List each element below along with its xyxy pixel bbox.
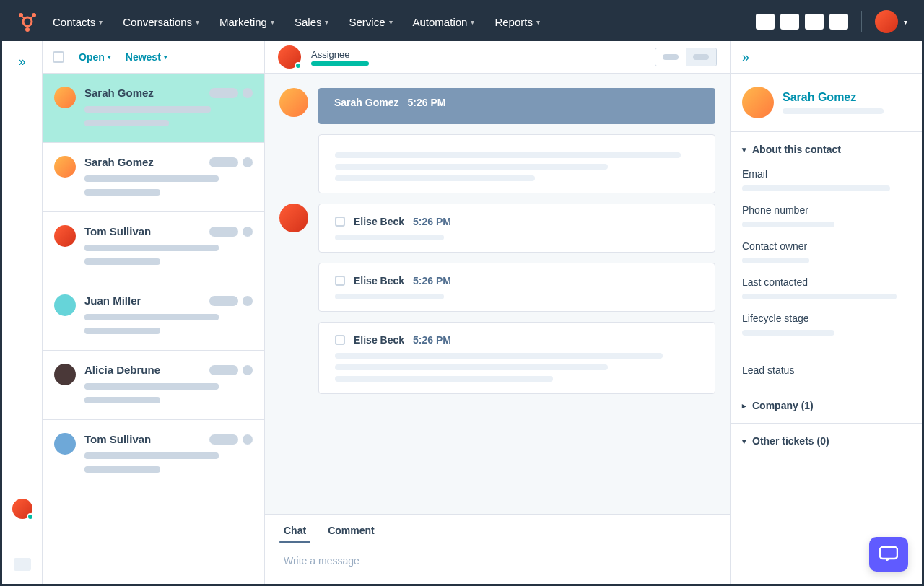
conversation-item[interactable]: Alicia Debrune — [43, 351, 264, 420]
chevron-down-icon: ▾ — [536, 18, 540, 26]
meta-placeholder — [209, 296, 238, 306]
meta-placeholder — [243, 296, 253, 306]
nav-reports[interactable]: Reports▾ — [494, 16, 540, 28]
conversation-item[interactable]: Tom Sullivan — [43, 420, 264, 489]
contact-avatar[interactable] — [742, 87, 774, 118]
filter-status[interactable]: Open▾ — [79, 51, 111, 63]
text-line — [335, 376, 553, 382]
nav-automation[interactable]: Automation▾ — [413, 16, 475, 28]
select-all-checkbox[interactable] — [53, 51, 64, 63]
nav-action-4[interactable] — [829, 14, 848, 30]
chevron-down-icon: ▾ — [389, 18, 393, 26]
conversation-name: Tom Sullivan — [84, 433, 151, 445]
nav-service[interactable]: Service▾ — [349, 16, 392, 28]
contact-name[interactable]: Sarah Gomez — [783, 91, 884, 104]
view-toggle[interactable] — [655, 48, 717, 66]
list-filters: Open▾ Newest▾ — [43, 41, 264, 74]
nav-action-3[interactable] — [805, 14, 824, 30]
message-bubble: Elise Beck5:26 PM — [318, 263, 715, 312]
message-checkbox[interactable] — [335, 276, 345, 286]
preview-line — [84, 383, 219, 390]
toggle-option-1[interactable] — [655, 48, 686, 66]
compose-area: Chat Comment Write a message — [265, 514, 730, 584]
left-rail: » — [2, 41, 43, 584]
chevron-down-icon[interactable]: ▾ — [904, 18, 907, 26]
contact-avatar — [54, 294, 76, 316]
user-avatar[interactable] — [875, 10, 898, 33]
collapse-panel-button[interactable]: » — [731, 41, 922, 74]
svg-rect-7 — [880, 547, 897, 559]
chevron-down-icon: ▾ — [471, 18, 474, 26]
message-time: 5:26 PM — [407, 97, 445, 108]
toggle-option-2[interactable] — [686, 48, 716, 66]
contact-header: Sarah Gomez — [731, 74, 922, 131]
nav-marketing[interactable]: Marketing▾ — [219, 16, 274, 28]
section-about: ▾About this contact EmailPhone numberCon… — [731, 131, 922, 388]
contact-field: Phone number — [742, 204, 910, 227]
field-label: Phone number — [742, 204, 910, 216]
tab-chat[interactable]: Chat — [284, 525, 306, 543]
meta-placeholder — [243, 434, 253, 445]
conversation-name: Juan Miller — [84, 294, 141, 307]
preview-line — [84, 189, 160, 196]
conversation-name: Sarah Gomez — [84, 87, 154, 99]
thread-panel: Assignee Sarah Gomez5:26 PMElise Beck5:2… — [265, 41, 730, 584]
sender-avatar — [279, 204, 308, 232]
conversation-list: Open▾ Newest▾ Sarah Gomez Sarah Gomez T — [43, 41, 265, 584]
conversation-item[interactable]: Sarah Gomez — [43, 143, 264, 212]
section-company-toggle[interactable]: ▸Company (1) — [742, 400, 910, 411]
meta-placeholder — [243, 365, 253, 375]
meta-placeholder — [243, 227, 253, 237]
contact-avatar — [54, 433, 76, 455]
field-label: Last contacted — [742, 276, 910, 288]
preview-line — [84, 245, 219, 251]
conversation-item[interactable]: Sarah Gomez — [43, 74, 264, 143]
nav-contacts[interactable]: Contacts▾ — [53, 16, 103, 28]
message-checkbox[interactable] — [335, 217, 345, 227]
chevron-down-icon: ▾ — [99, 18, 103, 26]
field-label: Lifecycle stage — [742, 312, 910, 324]
message-bubble: Elise Beck5:26 PM — [318, 322, 715, 394]
tab-comment[interactable]: Comment — [328, 525, 375, 543]
text-line — [335, 235, 444, 240]
assignee-avatar[interactable] — [278, 45, 301, 69]
contact-avatar — [54, 364, 76, 385]
message-header: Sarah Gomez5:26 PM — [318, 88, 715, 124]
preview-line — [84, 314, 219, 320]
conversation-name: Sarah Gomez — [84, 156, 154, 168]
sender-name: Sarah Gomez — [334, 97, 398, 108]
conversation-item[interactable]: Tom Sullivan — [43, 212, 264, 281]
section-about-toggle[interactable]: ▾About this contact — [742, 144, 910, 155]
filter-sort[interactable]: Newest▾ — [126, 51, 167, 63]
nav-action-2[interactable] — [780, 14, 799, 30]
chevron-down-icon: ▾ — [742, 145, 746, 154]
message-checkbox[interactable] — [335, 335, 345, 345]
contact-subtitle-placeholder — [783, 108, 884, 114]
chevron-down-icon: ▾ — [271, 18, 274, 26]
message-input[interactable]: Write a message — [265, 543, 730, 584]
hubspot-logo-icon — [17, 11, 38, 32]
nav-conversations[interactable]: Conversations▾ — [123, 16, 199, 28]
sender-name: Elise Beck — [354, 216, 404, 227]
chat-widget-button[interactable] — [869, 537, 908, 572]
meta-placeholder — [209, 365, 238, 375]
top-nav: Contacts▾ Conversations▾ Marketing▾ Sale… — [2, 2, 922, 41]
message-time: 5:26 PM — [413, 334, 451, 346]
section-tickets: ▾Other tickets (0) — [731, 423, 922, 458]
chevron-down-icon: ▾ — [164, 53, 167, 61]
preview-line — [84, 328, 160, 334]
contact-field: Lead status — [742, 364, 910, 376]
expand-rail-button[interactable]: » — [18, 54, 25, 69]
nav-sales[interactable]: Sales▾ — [295, 16, 329, 28]
field-value-placeholder — [742, 294, 897, 299]
preview-line — [84, 466, 160, 473]
field-value-placeholder — [742, 185, 890, 191]
contact-avatar — [54, 156, 76, 178]
nav-action-1[interactable] — [756, 14, 775, 30]
contact-field: Last contacted — [742, 276, 910, 299]
section-tickets-toggle[interactable]: ▾Other tickets (0) — [742, 435, 910, 447]
contact-field: Email — [742, 168, 910, 191]
conversation-item[interactable]: Juan Miller — [43, 281, 264, 351]
preview-line — [84, 120, 169, 126]
conversation-name: Alicia Debrune — [84, 364, 160, 376]
